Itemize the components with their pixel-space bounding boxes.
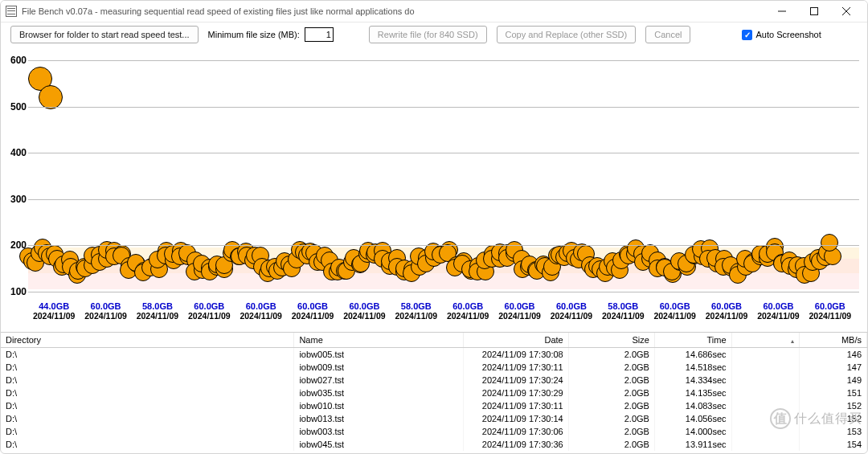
table-row[interactable]: D:\iobw035.tst2024/11/09 17:30:292.0GB14… — [1, 387, 867, 399]
table-cell: iobw003.tst — [294, 425, 464, 438]
x-axis-tick: 60.0GB2024/11/09 — [235, 301, 287, 321]
rewrite-file-button[interactable]: Rewrite file (for 840 SSD) — [369, 26, 487, 43]
checkbox-checked-icon — [742, 30, 752, 40]
table-row[interactable]: D:\iobw009.tst2024/11/09 17:30:112.0GB14… — [1, 361, 867, 374]
table-header-row: DirectoryNameDateSizeTime▴MB/s — [1, 333, 867, 348]
window-controls — [766, 1, 862, 22]
y-axis-tick: 300 — [2, 194, 27, 205]
table-cell: iobw009.tst — [294, 361, 464, 374]
min-file-size-group: Minimum file size (MB): — [208, 27, 334, 42]
copy-replace-button[interactable]: Copy and Replace (other SSD) — [497, 26, 637, 43]
table-cell: D:\ — [1, 387, 294, 399]
table-cell: 154 — [799, 438, 866, 451]
x-axis-tick: 58.0GB2024/11/09 — [391, 301, 442, 321]
table-cell — [731, 387, 799, 399]
table-cell: iobw045.tst — [294, 438, 464, 451]
titlebar: File Bench v0.07a - measuring sequential… — [1, 1, 867, 22]
y-axis-tick: 600 — [2, 55, 27, 66]
table-cell: 14.056sec — [654, 412, 731, 425]
table-cell: 153 — [799, 425, 866, 438]
x-axis-tick: 60.0GB2024/11/09 — [805, 301, 856, 321]
table-cell — [731, 361, 799, 374]
x-axis-tick: 60.0GB2024/11/09 — [493, 301, 545, 321]
table-cell: 2.0GB — [568, 387, 654, 399]
table-cell: D:\ — [1, 348, 294, 362]
table-cell: iobw010.tst — [294, 399, 464, 412]
table-row[interactable]: D:\iobw027.tst2024/11/09 17:30:242.0GB14… — [1, 374, 867, 387]
table-cell: 14.000sec — [654, 425, 731, 438]
table-cell — [731, 412, 799, 425]
column-header[interactable]: Size — [568, 333, 654, 348]
app-window: File Bench v0.07a - measuring sequential… — [0, 0, 868, 454]
table-cell: iobw005.tst — [294, 348, 464, 362]
table-cell: 149 — [799, 374, 866, 387]
x-axis-tick: 60.0GB2024/11/09 — [701, 301, 752, 321]
table-cell: 2.0GB — [568, 425, 654, 438]
table-cell: 146 — [799, 348, 866, 362]
x-axis-tick: 60.0GB2024/11/09 — [752, 301, 804, 321]
y-axis-tick: 400 — [2, 147, 27, 158]
speed-chart: 44.0GB2024/11/0960.0GB2024/11/0958.0GB20… — [28, 48, 859, 323]
sort-indicator-icon: ▴ — [791, 337, 794, 345]
table-cell — [731, 438, 799, 451]
table-cell: 2024/11/09 17:30:11 — [464, 361, 568, 374]
table-cell — [731, 425, 799, 438]
column-header[interactable]: ▴ — [731, 333, 799, 348]
table-cell: 152 — [799, 399, 866, 412]
table-cell — [731, 399, 799, 412]
table-cell: 151 — [799, 387, 866, 399]
table-cell: iobw035.tst — [294, 387, 464, 399]
column-header[interactable]: Time — [654, 333, 731, 348]
results-table-wrap: DirectoryNameDateSizeTime▴MB/s D:\iobw00… — [1, 332, 867, 453]
table-cell: 2.0GB — [568, 438, 654, 451]
min-file-size-input[interactable] — [305, 27, 334, 42]
table-cell: iobw013.tst — [294, 412, 464, 425]
table-cell: 2024/11/09 17:30:36 — [464, 438, 568, 451]
table-cell: 14.083sec — [654, 399, 731, 412]
column-header[interactable]: MB/s — [799, 333, 866, 348]
window-title: File Bench v0.07a - measuring sequential… — [22, 6, 766, 16]
results-table: DirectoryNameDateSizeTime▴MB/s D:\iobw00… — [1, 333, 867, 451]
cancel-button[interactable]: Cancel — [645, 26, 690, 43]
table-cell: 14.686sec — [654, 348, 731, 362]
close-button[interactable] — [830, 1, 862, 22]
table-row[interactable]: D:\iobw003.tst2024/11/09 17:30:062.0GB14… — [1, 425, 867, 438]
column-header[interactable]: Directory — [1, 333, 294, 348]
table-cell: 14.135sec — [654, 387, 731, 399]
x-axis-tick: 60.0GB2024/11/09 — [183, 301, 235, 321]
browse-folder-button[interactable]: Browser for folder to start read speed t… — [10, 26, 199, 43]
table-cell: D:\ — [1, 438, 294, 451]
table-cell: 147 — [799, 361, 866, 374]
table-cell: 2024/11/09 17:30:14 — [464, 412, 568, 425]
table-cell: 2.0GB — [568, 412, 654, 425]
toolbar: Browser for folder to start read speed t… — [1, 22, 867, 47]
x-axis-tick: 60.0GB2024/11/09 — [649, 301, 701, 321]
table-cell: 14.334sec — [654, 374, 731, 387]
table-row[interactable]: D:\iobw013.tst2024/11/09 17:30:142.0GB14… — [1, 412, 867, 425]
table-cell: 2024/11/09 17:30:08 — [464, 348, 568, 362]
x-axis-tick: 44.0GB2024/11/09 — [28, 301, 80, 321]
table-cell: 2.0GB — [568, 361, 654, 374]
table-cell: 2.0GB — [568, 399, 654, 412]
table-cell: 2024/11/09 17:30:11 — [464, 399, 568, 412]
y-axis-tick: 100 — [2, 286, 27, 297]
maximize-button[interactable] — [798, 1, 830, 22]
svg-rect-1 — [811, 8, 818, 15]
table-cell: 2024/11/09 17:30:29 — [464, 387, 568, 399]
auto-screenshot-checkbox[interactable]: Auto Screenshot — [742, 30, 821, 40]
table-cell: 152 — [799, 412, 866, 425]
x-axis-tick: 58.0GB2024/11/09 — [597, 301, 649, 321]
table-row[interactable]: D:\iobw010.tst2024/11/09 17:30:112.0GB14… — [1, 399, 867, 412]
table-row[interactable]: D:\iobw045.tst2024/11/09 17:30:362.0GB13… — [1, 438, 867, 451]
table-row[interactable]: D:\iobw005.tst2024/11/09 17:30:082.0GB14… — [1, 348, 867, 362]
column-header[interactable]: Date — [464, 333, 568, 348]
table-cell: 2.0GB — [568, 374, 654, 387]
table-cell — [731, 374, 799, 387]
column-header[interactable]: Name — [294, 333, 464, 348]
app-icon — [6, 6, 17, 17]
table-cell: D:\ — [1, 425, 294, 438]
table-cell: D:\ — [1, 399, 294, 412]
y-axis-tick: 200 — [2, 239, 27, 251]
minimize-button[interactable] — [766, 1, 798, 22]
min-file-size-label: Minimum file size (MB): — [208, 30, 300, 39]
